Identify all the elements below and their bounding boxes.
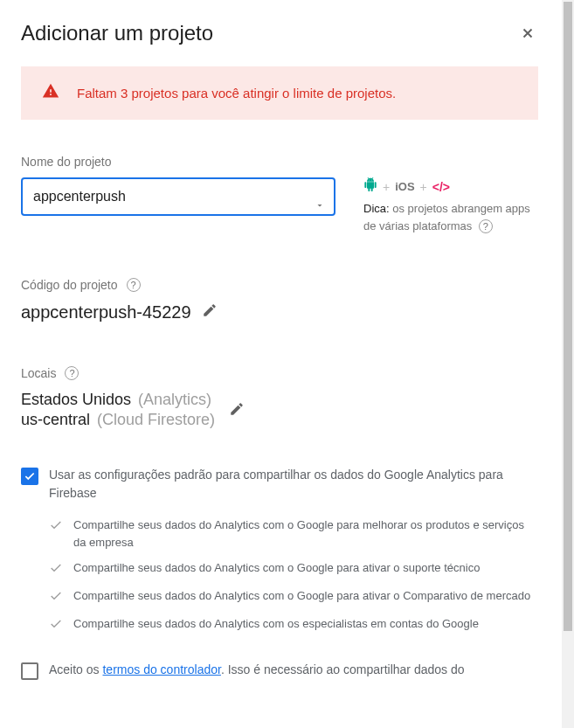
- analytics-checkbox[interactable]: [21, 468, 38, 485]
- locations-label: Locais: [21, 366, 56, 380]
- help-icon[interactable]: ?: [479, 219, 493, 233]
- locations-content: Estados Unidos (Analytics) us-central (C…: [21, 391, 538, 431]
- platform-icons: + iOS + </>: [363, 177, 538, 197]
- locations-section: Locais ? Estados Unidos (Analytics) us-c…: [21, 366, 538, 431]
- location-service: (Analytics): [138, 391, 211, 409]
- add-project-dialog: Adicionar um projeto Faltam 3 projetos p…: [0, 0, 559, 680]
- warning-icon: [42, 82, 59, 104]
- location-service: (Cloud Firestore): [97, 411, 215, 429]
- tip-label: Dica:: [363, 202, 390, 215]
- edit-icon[interactable]: [229, 401, 245, 421]
- location-row: Estados Unidos (Analytics): [21, 391, 215, 409]
- terms-suffix: . Isso é necessário ao compartilhar dado…: [221, 662, 465, 676]
- project-id-value-row: appcenterpush-45229: [21, 302, 538, 322]
- check-icon: [49, 589, 63, 607]
- project-name-label: Nome do projeto: [21, 155, 538, 169]
- ios-icon: iOS: [395, 178, 414, 196]
- android-icon: [363, 177, 377, 197]
- list-item: Compartilhe seus dados do Analytics com …: [49, 587, 538, 607]
- project-name-input[interactable]: [21, 177, 335, 216]
- plus-separator: +: [420, 178, 427, 197]
- sub-item-text: Compartilhe seus dados do Analytics com …: [73, 615, 479, 633]
- sub-item-text: Compartilhe seus dados do Analytics com …: [73, 587, 530, 605]
- analytics-checkbox-row: Usar as configurações padrão para compar…: [21, 466, 538, 503]
- terms-checkbox-label: Aceito os termos do controlador. Isso é …: [49, 661, 465, 679]
- check-icon: [49, 518, 63, 536]
- project-id-text: appcenterpush-45229: [21, 302, 191, 322]
- warning-banner: Faltam 3 projetos para você atingir o li…: [21, 66, 538, 120]
- sub-item-text: Compartilhe seus dados do Analytics com …: [73, 559, 480, 577]
- project-id-section: Código do projeto ? appcenterpush-45229: [21, 278, 538, 322]
- project-id-label-row: Código do projeto ?: [21, 278, 538, 292]
- list-item: Compartilhe seus dados do Analytics com …: [49, 517, 538, 551]
- close-button[interactable]: [517, 23, 538, 44]
- plus-separator: +: [383, 178, 390, 197]
- project-name-input-wrapper: [21, 177, 335, 234]
- sub-item-text: Compartilhe seus dados do Analytics com …: [73, 517, 538, 551]
- terms-link[interactable]: termos do controlador: [102, 662, 220, 676]
- close-icon: [520, 25, 536, 41]
- analytics-sub-list: Compartilhe seus dados do Analytics com …: [49, 517, 538, 634]
- project-id-label: Código do projeto: [21, 278, 118, 292]
- locations-list: Estados Unidos (Analytics) us-central (C…: [21, 391, 215, 431]
- web-icon: </>: [432, 178, 450, 197]
- location-name: Estados Unidos: [21, 391, 131, 409]
- project-name-row: + iOS + </> Dica: os projetos abrangem a…: [21, 177, 538, 234]
- help-icon[interactable]: ?: [127, 278, 141, 292]
- terms-prefix: Aceito os: [49, 662, 102, 676]
- list-item: Compartilhe seus dados do Analytics com …: [49, 559, 538, 579]
- terms-checkbox-row: Aceito os termos do controlador. Isso é …: [21, 661, 538, 680]
- location-name: us-central: [21, 411, 90, 429]
- terms-checkbox[interactable]: [21, 662, 38, 680]
- warning-text: Faltam 3 projetos para você atingir o li…: [77, 86, 396, 101]
- help-icon[interactable]: ?: [65, 366, 79, 380]
- location-row: us-central (Cloud Firestore): [21, 411, 215, 429]
- dialog-title: Adicionar um projeto: [21, 21, 213, 45]
- scrollbar-track[interactable]: [562, 0, 574, 728]
- check-icon: [49, 561, 63, 579]
- check-icon: [49, 617, 63, 634]
- list-item: Compartilhe seus dados do Analytics com …: [49, 615, 538, 634]
- edit-icon[interactable]: [202, 302, 218, 322]
- scrollbar-thumb[interactable]: [564, 2, 572, 631]
- tip-box: + iOS + </> Dica: os projetos abrangem a…: [363, 177, 538, 234]
- analytics-checkbox-label: Usar as configurações padrão para compar…: [49, 466, 538, 503]
- locations-label-row: Locais ?: [21, 366, 538, 380]
- dialog-header: Adicionar um projeto: [21, 21, 538, 45]
